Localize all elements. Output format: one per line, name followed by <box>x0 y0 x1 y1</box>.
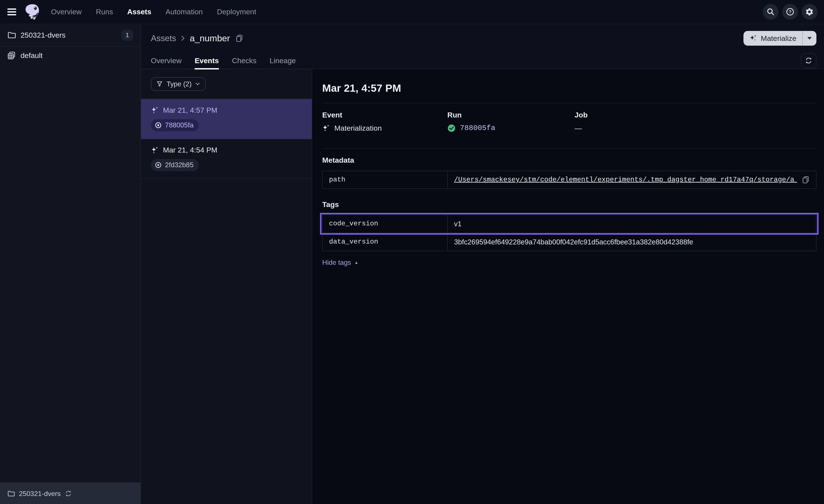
run-status-icon <box>154 122 162 129</box>
asset-tabs: Overview Events Checks Lineage <box>141 52 824 70</box>
materialize-label: Materialize <box>761 34 796 43</box>
nav-item-overview[interactable]: Overview <box>51 8 82 16</box>
metadata-path-link[interactable]: /Users/smackesey/stm/code/elementl/exper… <box>454 176 797 183</box>
gear-icon <box>805 7 814 16</box>
refresh-button[interactable] <box>801 53 816 68</box>
copy-icon[interactable] <box>235 34 243 42</box>
sidebar-item-label: 250321-dvers <box>21 31 66 39</box>
help-icon: ? <box>786 8 794 16</box>
event-type-value: Materialization <box>334 124 382 132</box>
materialize-button[interactable]: Materialize <box>743 31 816 46</box>
folder-icon <box>7 31 16 39</box>
tags-table: code_version v1 data_version 3bfc269594e… <box>322 215 816 251</box>
breadcrumb: Assets a_number <box>151 33 243 43</box>
sidebar-item-label: default <box>21 51 43 60</box>
type-filter-button[interactable]: Type (2) <box>151 77 206 91</box>
asset-groups-sidebar: 250321-dvers 1 default 250321-dvers <box>0 24 141 504</box>
tab-lineage[interactable]: Lineage <box>270 52 296 69</box>
top-nav: Overview Runs Assets Automation Deployme… <box>0 0 824 24</box>
run-status-icon <box>154 161 162 169</box>
events-list-panel: Type (2) <box>141 69 312 504</box>
asset-header: Assets a_number <box>141 24 824 52</box>
help-button[interactable]: ? <box>782 4 798 20</box>
chevron-right-icon <box>180 35 186 42</box>
metadata-table: path /Users/smackesey/stm/code/elementl/… <box>322 171 816 189</box>
hide-tags-label: Hide tags <box>322 258 351 266</box>
run-id-chip[interactable]: 2fd32b85 <box>151 159 199 171</box>
event-list-item[interactable]: Mar 21, 4:57 PM 788005fa <box>141 99 312 139</box>
chevron-down-icon <box>195 82 200 86</box>
caret-down-icon <box>807 37 812 39</box>
search-button[interactable] <box>763 4 779 20</box>
sidebar-item-default-group[interactable]: default <box>0 47 140 64</box>
folder-icon <box>7 490 15 497</box>
event-timestamp: Mar 21, 4:57 PM <box>163 106 217 114</box>
materialize-dropdown-button[interactable] <box>803 31 816 46</box>
nav-actions: ? <box>763 4 817 20</box>
job-column-label: Job <box>575 111 816 119</box>
asset-group-icon <box>7 51 16 60</box>
asset-count-badge: 1 <box>121 30 133 41</box>
copy-icon[interactable] <box>802 176 810 183</box>
primary-nav: Overview Runs Assets Automation Deployme… <box>51 8 256 16</box>
tab-events[interactable]: Events <box>195 52 219 69</box>
tab-overview[interactable]: Overview <box>151 52 182 69</box>
metadata-section-title: Metadata <box>322 156 816 164</box>
tag-value: 3bfc269594ef649228e9a74bab00f042efc91d5a… <box>454 238 693 246</box>
event-detail-title: Mar 21, 4:57 PM <box>322 82 816 94</box>
tag-key: code_version <box>323 215 448 233</box>
dagster-logo[interactable] <box>23 2 42 21</box>
type-filter-label: Type (2) <box>167 80 192 88</box>
search-icon <box>766 8 775 16</box>
tab-checks[interactable]: Checks <box>232 52 256 69</box>
refresh-icon[interactable] <box>65 490 72 497</box>
tag-value: v1 <box>454 220 461 228</box>
event-timestamp: Mar 21, 4:54 PM <box>163 146 217 154</box>
table-row: path /Users/smackesey/stm/code/elementl/… <box>323 171 816 188</box>
job-value: — <box>575 124 582 132</box>
sidebar-item-code-location[interactable]: 250321-dvers 1 <box>0 24 140 47</box>
event-list-item[interactable]: Mar 21, 4:54 PM 2fd32b85 <box>141 139 312 179</box>
settings-button[interactable] <box>802 4 818 20</box>
nav-item-automation[interactable]: Automation <box>166 8 203 16</box>
tag-key: data_version <box>323 233 448 251</box>
sidebar-footer: 250321-dvers <box>0 483 140 504</box>
event-detail-panel: Mar 21, 4:57 PM Event <box>312 69 824 504</box>
run-success-check-icon <box>447 124 456 132</box>
breadcrumb-assets-link[interactable]: Assets <box>151 33 176 43</box>
table-row-highlighted: code_version v1 <box>323 215 816 233</box>
asset-name: a_number <box>190 33 230 43</box>
triangle-up-icon: ▲ <box>354 260 358 265</box>
run-column-label: Run <box>447 111 575 119</box>
run-id-link[interactable]: 788005fa <box>460 124 495 132</box>
run-id: 788005fa <box>165 121 194 129</box>
nav-item-assets[interactable]: Assets <box>127 8 151 16</box>
event-column-label: Event <box>322 111 447 119</box>
nav-item-runs[interactable]: Runs <box>96 8 113 16</box>
materialization-sparkle-icon <box>151 106 159 114</box>
hamburger-menu-icon[interactable] <box>6 6 19 18</box>
footer-code-location-label: 250321-dvers <box>19 490 61 498</box>
materialization-sparkle-icon <box>322 124 330 132</box>
svg-text:?: ? <box>789 9 792 14</box>
metadata-key: path <box>323 171 448 188</box>
tags-section-title: Tags <box>322 200 816 209</box>
materialization-sparkle-icon <box>151 146 159 154</box>
nav-item-deployment[interactable]: Deployment <box>217 8 256 16</box>
filter-funnel-icon <box>157 81 163 87</box>
hide-tags-link[interactable]: Hide tags ▲ <box>322 258 358 266</box>
sparkle-icon <box>749 34 757 42</box>
run-id-chip[interactable]: 788005fa <box>151 119 199 131</box>
run-id: 2fd32b85 <box>165 161 194 169</box>
table-row: data_version 3bfc269594ef649228e9a74bab0… <box>323 233 816 251</box>
